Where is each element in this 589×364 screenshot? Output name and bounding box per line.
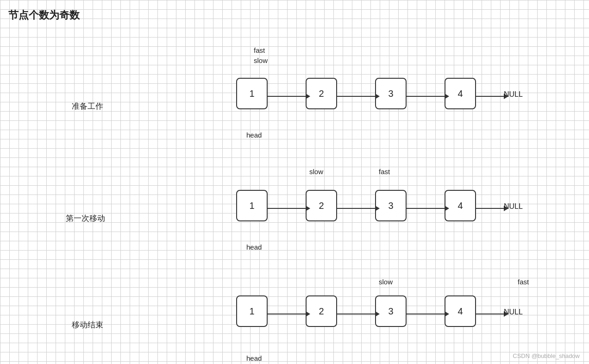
pointer-label-0-1: slow (254, 56, 268, 64)
arrow-2-2 (407, 311, 449, 317)
watermark: CSDN @bubble_shadow (513, 352, 580, 359)
node-2-1: 2 (306, 295, 337, 327)
node-0-2: 3 (375, 78, 407, 109)
arrow-1-1 (337, 206, 380, 211)
arrow-2-1 (337, 311, 380, 317)
head-label-0: head (246, 131, 262, 139)
node-1-2: 3 (375, 190, 407, 221)
pointer-label-0-0: fast (254, 46, 265, 54)
arrow-1-0 (268, 206, 310, 211)
row-label-2: 移动结束 (72, 320, 103, 330)
node-0-0: 1 (236, 78, 268, 109)
node-1-3: 4 (445, 190, 476, 221)
pointer-label-1-1: fast (379, 168, 390, 176)
arrow-0-2 (407, 94, 449, 99)
null-text-0: NULL (504, 90, 523, 99)
node-1-0: 1 (236, 190, 268, 221)
page-title: 节点个数为奇数 (8, 8, 80, 22)
head-label-1: head (246, 243, 262, 251)
arrow-2-0 (268, 311, 310, 317)
arrow-1-2 (407, 206, 449, 211)
arrow-0-1 (337, 94, 380, 99)
head-label-2: head (246, 354, 262, 362)
null-text-2: NULL (504, 308, 523, 316)
node-2-3: 4 (445, 295, 476, 327)
node-2-0: 1 (236, 295, 268, 327)
pointer-label-1-0: slow (309, 168, 323, 176)
pointer-label-2-0: slow (379, 278, 393, 286)
main-canvas: 节点个数为奇数 CSDN @bubble_shadow 准备工作fastslow… (0, 0, 589, 364)
arrow-0-0 (268, 94, 310, 99)
node-1-1: 2 (306, 190, 337, 221)
null-text-1: NULL (504, 202, 523, 211)
row-label-1: 第一次移动 (66, 213, 105, 224)
node-0-1: 2 (306, 78, 337, 109)
node-2-2: 3 (375, 295, 407, 327)
node-0-3: 4 (445, 78, 476, 109)
pointer-label-2-1: fast (518, 278, 529, 286)
row-label-0: 准备工作 (72, 101, 103, 112)
